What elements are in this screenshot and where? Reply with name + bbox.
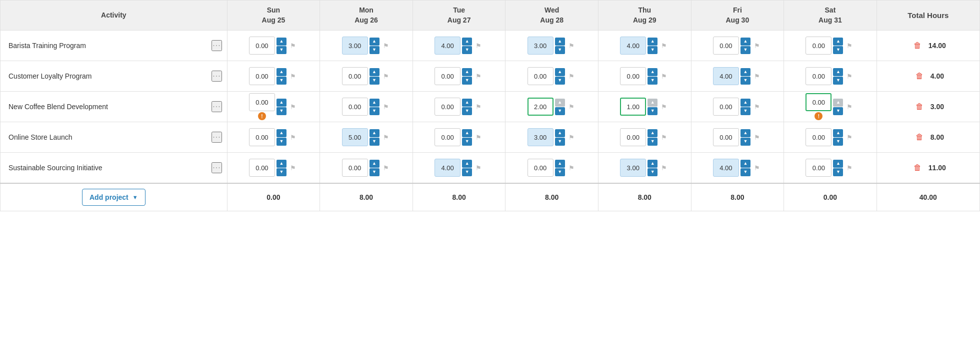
flag-btn-sustainable-day-4[interactable]: ⚑ bbox=[659, 163, 669, 173]
spinner-up-coffee-blend-day-4[interactable]: ▲ bbox=[648, 99, 658, 107]
spinner-down-sustainable-day-4[interactable]: ▼ bbox=[648, 168, 658, 176]
spinner-up-coffee-blend-day-5[interactable]: ▲ bbox=[740, 99, 750, 107]
spinner-down-coffee-blend-day-2[interactable]: ▼ bbox=[462, 107, 472, 115]
flag-btn-online-store-day-2[interactable]: ⚑ bbox=[474, 132, 484, 142]
spinner-down-loyalty-day-2[interactable]: ▼ bbox=[462, 77, 472, 85]
flag-btn-loyalty-day-0[interactable]: ⚑ bbox=[288, 71, 298, 81]
hour-input-online-store-day-1[interactable] bbox=[342, 128, 368, 146]
hour-input-sustainable-day-0[interactable] bbox=[249, 159, 275, 177]
flag-btn-online-store-day-4[interactable]: ⚑ bbox=[659, 132, 669, 142]
hour-input-loyalty-day-6[interactable] bbox=[806, 67, 832, 85]
hour-input-coffee-blend-day-6[interactable] bbox=[806, 93, 832, 111]
spinner-down-loyalty-day-4[interactable]: ▼ bbox=[648, 77, 658, 85]
spinner-up-barista-day-5[interactable]: ▲ bbox=[740, 38, 750, 46]
spinner-down-sustainable-day-5[interactable]: ▼ bbox=[740, 168, 750, 176]
flag-btn-loyalty-day-2[interactable]: ⚑ bbox=[474, 71, 484, 81]
hour-input-loyalty-day-2[interactable] bbox=[434, 67, 460, 85]
flag-btn-loyalty-day-6[interactable]: ⚑ bbox=[844, 71, 854, 81]
spinner-down-loyalty-day-6[interactable]: ▼ bbox=[833, 77, 843, 85]
spinner-down-coffee-blend-day-1[interactable]: ▼ bbox=[370, 107, 380, 115]
spinner-down-coffee-blend-day-5[interactable]: ▼ bbox=[740, 107, 750, 115]
hour-input-loyalty-day-4[interactable] bbox=[620, 67, 646, 85]
spinner-up-sustainable-day-1[interactable]: ▲ bbox=[370, 160, 380, 168]
spinner-down-barista-day-2[interactable]: ▼ bbox=[462, 46, 472, 54]
spinner-up-online-store-day-5[interactable]: ▲ bbox=[740, 129, 750, 137]
flag-btn-sustainable-day-0[interactable]: ⚑ bbox=[288, 163, 298, 173]
hour-input-barista-day-2[interactable] bbox=[434, 37, 460, 55]
spinner-up-loyalty-day-4[interactable]: ▲ bbox=[648, 68, 658, 76]
flag-btn-sustainable-day-3[interactable]: ⚑ bbox=[566, 163, 576, 173]
spinner-down-sustainable-day-6[interactable]: ▼ bbox=[833, 168, 843, 176]
spinner-up-sustainable-day-3[interactable]: ▲ bbox=[555, 160, 565, 168]
flag-btn-barista-day-6[interactable]: ⚑ bbox=[844, 41, 854, 51]
hour-input-online-store-day-0[interactable] bbox=[249, 128, 275, 146]
hour-input-loyalty-day-5[interactable] bbox=[713, 67, 739, 85]
flag-btn-online-store-day-5[interactable]: ⚑ bbox=[752, 132, 762, 142]
flag-btn-online-store-day-0[interactable]: ⚑ bbox=[288, 132, 298, 142]
spinner-up-coffee-blend-day-0[interactable]: ▲ bbox=[276, 99, 286, 107]
spinner-up-barista-day-4[interactable]: ▲ bbox=[648, 38, 658, 46]
spinner-up-coffee-blend-day-1[interactable]: ▲ bbox=[370, 99, 380, 107]
spinner-down-loyalty-day-1[interactable]: ▼ bbox=[370, 77, 380, 85]
row-menu-loyalty[interactable]: ··· bbox=[212, 71, 222, 82]
hour-input-sustainable-day-5[interactable] bbox=[713, 159, 739, 177]
spinner-down-online-store-day-6[interactable]: ▼ bbox=[833, 138, 843, 146]
spinner-up-online-store-day-2[interactable]: ▲ bbox=[462, 129, 472, 137]
flag-btn-coffee-blend-day-6[interactable]: ⚑ bbox=[844, 102, 854, 112]
spinner-up-sustainable-day-6[interactable]: ▲ bbox=[833, 160, 843, 168]
hour-input-barista-day-4[interactable] bbox=[620, 37, 646, 55]
spinner-up-sustainable-day-5[interactable]: ▲ bbox=[740, 160, 750, 168]
add-project-button[interactable]: Add project ▼ bbox=[82, 189, 146, 206]
spinner-down-barista-day-3[interactable]: ▼ bbox=[555, 46, 565, 54]
hour-input-sustainable-day-4[interactable] bbox=[620, 159, 646, 177]
hour-input-online-store-day-2[interactable] bbox=[434, 128, 460, 146]
flag-btn-coffee-blend-day-0[interactable]: ⚑ bbox=[288, 102, 298, 112]
delete-btn-online-store[interactable]: 🗑 bbox=[912, 132, 926, 143]
flag-btn-sustainable-day-1[interactable]: ⚑ bbox=[381, 163, 391, 173]
spinner-down-online-store-day-5[interactable]: ▼ bbox=[740, 138, 750, 146]
delete-btn-sustainable[interactable]: 🗑 bbox=[910, 162, 924, 173]
spinner-down-barista-day-1[interactable]: ▼ bbox=[370, 46, 380, 54]
spinner-up-coffee-blend-day-2[interactable]: ▲ bbox=[462, 99, 472, 107]
spinner-down-online-store-day-0[interactable]: ▼ bbox=[276, 138, 286, 146]
hour-input-online-store-day-6[interactable] bbox=[806, 128, 832, 146]
hour-input-coffee-blend-day-1[interactable] bbox=[342, 98, 368, 116]
hour-input-barista-day-1[interactable] bbox=[342, 37, 368, 55]
flag-btn-coffee-blend-day-5[interactable]: ⚑ bbox=[752, 102, 762, 112]
spinner-up-loyalty-day-3[interactable]: ▲ bbox=[555, 68, 565, 76]
spinner-up-barista-day-2[interactable]: ▲ bbox=[462, 38, 472, 46]
spinner-down-sustainable-day-0[interactable]: ▼ bbox=[276, 168, 286, 176]
spinner-up-sustainable-day-0[interactable]: ▲ bbox=[276, 160, 286, 168]
spinner-up-loyalty-day-0[interactable]: ▲ bbox=[276, 68, 286, 76]
flag-btn-online-store-day-6[interactable]: ⚑ bbox=[844, 132, 854, 142]
flag-btn-loyalty-day-4[interactable]: ⚑ bbox=[659, 71, 669, 81]
spinner-up-barista-day-3[interactable]: ▲ bbox=[555, 38, 565, 46]
hour-input-coffee-blend-day-3[interactable] bbox=[528, 98, 554, 116]
hour-input-loyalty-day-3[interactable] bbox=[528, 67, 554, 85]
hour-input-barista-day-6[interactable] bbox=[806, 37, 832, 55]
spinner-down-online-store-day-3[interactable]: ▼ bbox=[555, 138, 565, 146]
spinner-up-loyalty-day-6[interactable]: ▲ bbox=[833, 68, 843, 76]
flag-btn-barista-day-2[interactable]: ⚑ bbox=[474, 41, 484, 51]
spinner-up-barista-day-0[interactable]: ▲ bbox=[276, 38, 286, 46]
spinner-up-sustainable-day-4[interactable]: ▲ bbox=[648, 160, 658, 168]
spinner-up-loyalty-day-5[interactable]: ▲ bbox=[740, 68, 750, 76]
spinner-down-barista-day-0[interactable]: ▼ bbox=[276, 46, 286, 54]
spinner-up-online-store-day-0[interactable]: ▲ bbox=[276, 129, 286, 137]
spinner-down-coffee-blend-day-6[interactable]: ▼ bbox=[833, 107, 843, 115]
flag-btn-coffee-blend-day-4[interactable]: ⚑ bbox=[659, 102, 669, 112]
spinner-up-coffee-blend-day-3[interactable]: ▲ bbox=[555, 99, 565, 107]
spinner-down-loyalty-day-0[interactable]: ▼ bbox=[276, 77, 286, 85]
flag-btn-coffee-blend-day-1[interactable]: ⚑ bbox=[381, 102, 391, 112]
row-menu-sustainable[interactable]: ··· bbox=[212, 162, 222, 173]
flag-btn-barista-day-3[interactable]: ⚑ bbox=[566, 41, 576, 51]
flag-btn-loyalty-day-1[interactable]: ⚑ bbox=[381, 71, 391, 81]
spinner-up-sustainable-day-2[interactable]: ▲ bbox=[462, 160, 472, 168]
flag-btn-barista-day-0[interactable]: ⚑ bbox=[288, 41, 298, 51]
delete-btn-barista[interactable]: 🗑 bbox=[910, 40, 924, 51]
row-menu-barista[interactable]: ··· bbox=[212, 40, 222, 51]
spinner-up-barista-day-6[interactable]: ▲ bbox=[833, 38, 843, 46]
spinner-up-loyalty-day-2[interactable]: ▲ bbox=[462, 68, 472, 76]
flag-btn-barista-day-4[interactable]: ⚑ bbox=[659, 41, 669, 51]
spinner-down-barista-day-5[interactable]: ▼ bbox=[740, 46, 750, 54]
